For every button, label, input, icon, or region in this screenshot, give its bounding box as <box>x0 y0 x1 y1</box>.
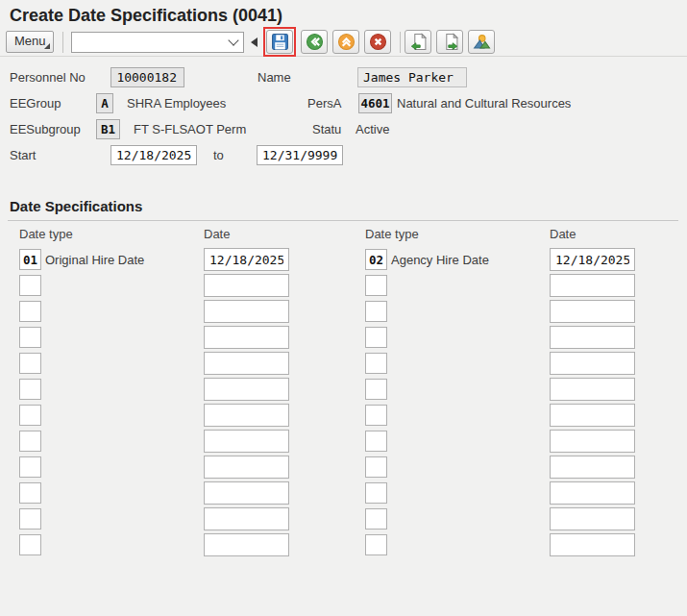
exit-icon <box>337 33 356 51</box>
date-type-input-right[interactable] <box>365 249 387 270</box>
date-type-input-left[interactable] <box>19 353 41 374</box>
date-specifications-section: Date Specifications Date type Date Date … <box>0 191 687 616</box>
date-type-input-left[interactable] <box>19 431 41 452</box>
column-header-date-type: Date type <box>365 227 419 241</box>
date-input-left[interactable] <box>204 507 289 530</box>
ee-group-field[interactable] <box>96 93 113 113</box>
overview-button[interactable] <box>468 30 495 54</box>
command-field <box>71 32 244 53</box>
date-input-left[interactable] <box>204 533 289 556</box>
date-type-input-right[interactable] <box>365 353 387 374</box>
date-type-input-right[interactable] <box>365 301 387 322</box>
date-type-input-left[interactable] <box>19 405 41 426</box>
end-date-field[interactable] <box>257 145 343 165</box>
page-title: Create Date Specifications (0041) <box>0 0 687 29</box>
date-type-input-right[interactable] <box>365 327 387 348</box>
date-input-left[interactable] <box>204 404 289 427</box>
date-spec-row <box>0 273 687 299</box>
collapse-left-icon[interactable] <box>251 37 258 47</box>
date-type-input-left[interactable] <box>19 482 41 504</box>
toolbar-separator <box>400 32 401 53</box>
date-type-input-left[interactable] <box>19 301 41 322</box>
date-type-input-right[interactable] <box>365 405 387 426</box>
date-type-input-left[interactable] <box>19 379 41 400</box>
date-input-right[interactable] <box>550 404 635 427</box>
date-spec-row <box>0 351 687 377</box>
status-label: Statu <box>312 120 341 139</box>
date-type-input-left[interactable] <box>19 508 41 530</box>
ee-group-text: SHRA Employees <box>127 94 226 113</box>
date-type-input-right[interactable] <box>365 508 387 530</box>
date-type-input-left[interactable] <box>19 534 41 555</box>
date-spec-row <box>0 377 687 403</box>
ee-subgroup-text: FT S-FLSAOT Perm <box>134 120 246 139</box>
previous-record-button[interactable] <box>405 30 431 54</box>
to-label: to <box>213 146 224 165</box>
save-highlight-annotation <box>263 27 296 57</box>
save-button[interactable] <box>266 30 293 54</box>
date-type-input-right[interactable] <box>365 379 387 400</box>
date-spec-row <box>0 532 687 558</box>
date-spec-row <box>0 480 687 506</box>
date-input-left[interactable] <box>204 352 289 375</box>
date-spec-row <box>0 455 687 480</box>
date-input-right[interactable] <box>550 248 635 271</box>
name-field[interactable] <box>357 67 467 87</box>
date-input-right[interactable] <box>550 378 635 401</box>
pers-a-text: Natural and Cultural Resources <box>397 94 571 113</box>
personnel-no-label: Personnel No <box>10 68 86 87</box>
column-header-date: Date <box>204 227 230 241</box>
date-input-right[interactable] <box>550 326 635 349</box>
date-input-right[interactable] <box>550 430 635 453</box>
previous-record-icon <box>409 33 428 51</box>
date-type-input-right[interactable] <box>365 456 387 478</box>
date-input-left[interactable] <box>204 248 289 271</box>
pers-a-label: PersA <box>307 94 341 113</box>
date-input-left[interactable] <box>204 378 289 401</box>
date-type-input-right[interactable] <box>365 275 387 296</box>
cancel-button[interactable] <box>364 30 391 54</box>
date-input-left[interactable] <box>204 481 289 505</box>
menu-dropdown-triangle-icon <box>44 43 50 49</box>
date-input-right[interactable] <box>550 533 635 556</box>
date-input-right[interactable] <box>550 274 635 297</box>
next-record-icon <box>441 33 459 51</box>
start-date-field[interactable] <box>110 145 197 165</box>
date-type-input-right[interactable] <box>365 431 387 452</box>
section-divider <box>8 220 678 221</box>
date-type-input-left[interactable] <box>19 249 41 270</box>
date-input-right[interactable] <box>550 300 635 323</box>
next-record-button[interactable] <box>436 30 463 54</box>
header-form: Personnel No Name EEGroup SHRA Employees… <box>0 57 687 191</box>
date-input-right[interactable] <box>550 481 635 505</box>
date-input-left[interactable] <box>204 326 289 349</box>
date-input-left[interactable] <box>204 274 289 297</box>
date-spec-row <box>0 429 687 455</box>
menu-button-label: Menu <box>14 34 46 48</box>
date-input-left[interactable] <box>204 300 289 323</box>
date-type-text-left: Original Hire Date <box>45 250 144 270</box>
date-type-text-right: Agency Hire Date <box>391 250 489 270</box>
date-input-left[interactable] <box>204 430 289 453</box>
date-spec-row <box>0 299 687 325</box>
ee-subgroup-field[interactable] <box>96 119 120 139</box>
date-type-input-left[interactable] <box>19 275 41 296</box>
start-label: Start <box>10 146 36 165</box>
date-input-right[interactable] <box>550 507 635 530</box>
date-input-right[interactable] <box>550 352 635 375</box>
column-header-date: Date <box>550 227 576 241</box>
back-button[interactable] <box>301 30 328 54</box>
date-type-input-right[interactable] <box>365 534 387 555</box>
personnel-no-field[interactable] <box>110 67 184 87</box>
menu-button[interactable]: Menu <box>6 31 54 53</box>
pers-a-field[interactable] <box>358 93 392 113</box>
exit-button[interactable] <box>332 30 359 54</box>
command-input[interactable] <box>71 32 244 53</box>
date-type-input-right[interactable] <box>365 482 387 504</box>
date-rows: Original Hire DateAgency Hire Date <box>0 247 687 558</box>
date-type-input-left[interactable] <box>19 456 41 478</box>
cancel-icon <box>369 33 387 51</box>
date-input-left[interactable] <box>204 456 289 479</box>
date-input-right[interactable] <box>550 456 635 479</box>
date-type-input-left[interactable] <box>19 327 41 348</box>
